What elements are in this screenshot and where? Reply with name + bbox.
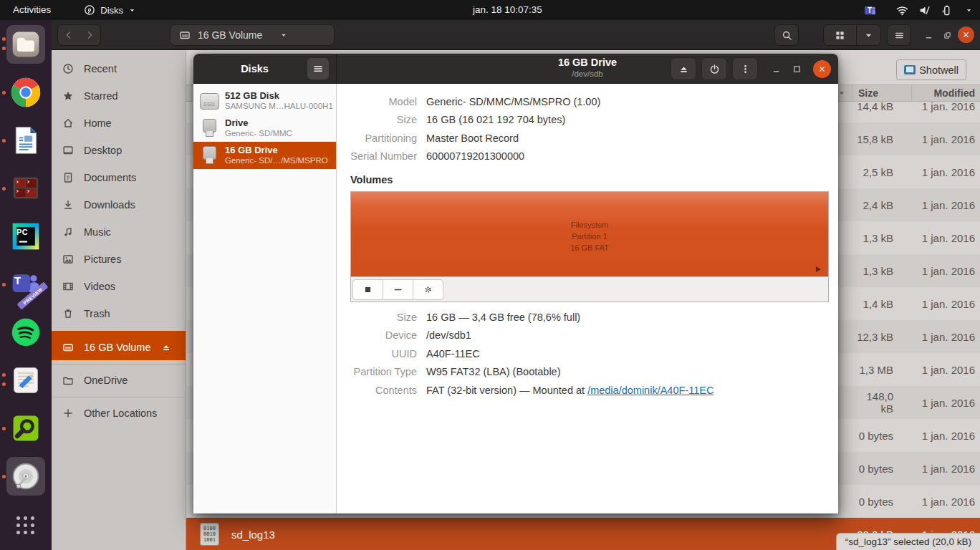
- file-size: 148,0 kB: [852, 390, 912, 415]
- dock-item[interactable]: PC: [0, 212, 52, 260]
- sidebar-item-label: Downloads: [84, 199, 135, 211]
- trash-icon: [62, 308, 74, 319]
- minimize-button[interactable]: [921, 28, 936, 42]
- tray-icon[interactable]: T: [863, 3, 877, 17]
- sidebar-item[interactable]: Other Locations: [52, 397, 186, 426]
- location-bar[interactable]: 16 GB Volume: [170, 24, 335, 46]
- sidebar-item[interactable]: Pictures: [52, 246, 186, 273]
- sidebar-item[interactable]: OneDrive: [52, 364, 186, 393]
- sidebar-item-label: Recent: [84, 63, 117, 74]
- files-app-icon: [10, 29, 42, 60]
- eject-button[interactable]: [671, 57, 696, 80]
- dock-item[interactable]: [0, 452, 52, 500]
- close-icon: [961, 30, 971, 39]
- sidebar-item[interactable]: Music: [52, 218, 186, 246]
- view-toggle-button[interactable]: [823, 24, 857, 46]
- show-applications-button[interactable]: [0, 506, 52, 546]
- stop-icon: [362, 284, 373, 295]
- info-row: Size 16 GB (16 021 192 704 bytes): [337, 111, 838, 130]
- open-with-shotwell-button[interactable]: Shotwell: [896, 59, 966, 80]
- partition-options-button[interactable]: [413, 279, 443, 300]
- drive-options-button[interactable]: [732, 57, 758, 80]
- tray-icon[interactable]: [895, 3, 909, 17]
- power-off-button[interactable]: [701, 57, 727, 80]
- disks-app-icon: [10, 460, 42, 492]
- sidebar-item[interactable]: Downloads: [52, 191, 186, 218]
- sidebar-item-label: Documents: [84, 172, 136, 183]
- activities-button[interactable]: Activities: [0, 0, 64, 20]
- file-size: 14,4 kB: [852, 100, 912, 112]
- file-size: 0 bytes: [852, 496, 912, 508]
- close-button[interactable]: [813, 60, 831, 78]
- sidebar-item[interactable]: Videos: [52, 273, 186, 300]
- dock-item[interactable]: [0, 404, 52, 452]
- tray-icon[interactable]: [961, 3, 976, 17]
- partition-name: Partition 1: [351, 231, 828, 242]
- folder-icon: [62, 375, 74, 386]
- dock-item[interactable]: T PREVIEW: [0, 260, 52, 308]
- minimize-button[interactable]: [772, 64, 781, 74]
- sidebar-item[interactable]: Starred: [52, 82, 186, 110]
- device-subtitle: Generic- SD/MMC: [225, 128, 292, 139]
- dock-item[interactable]: [0, 164, 52, 212]
- sidebar-item-label: Desktop: [84, 145, 122, 156]
- dock-item[interactable]: [0, 356, 52, 404]
- info-label: Contents: [337, 385, 417, 396]
- dock-item[interactable]: [0, 68, 52, 116]
- info-label: Device: [337, 329, 417, 341]
- sidebar-item[interactable]: Trash: [52, 300, 186, 327]
- sidebar-item[interactable]: Home: [52, 110, 186, 137]
- drive-icon: [179, 29, 191, 41]
- sidebar-item-label: OneDrive: [84, 375, 128, 386]
- caret-icon: [965, 6, 973, 14]
- system-tray[interactable]: T: [863, 0, 976, 20]
- search-icon: [782, 30, 792, 41]
- file-size: 15,8 kB: [852, 133, 912, 145]
- tray-icon[interactable]: [939, 3, 953, 17]
- dock-item[interactable]: [0, 308, 52, 356]
- drive-title: 16 GB Drive: [558, 57, 617, 68]
- file-modified: 1 jan. 2016: [912, 199, 980, 211]
- file-size: 1,3 kB: [852, 265, 912, 277]
- file-size: 2,5 kB: [852, 166, 912, 178]
- app-menu[interactable]: Disks: [77, 0, 143, 20]
- dock-item[interactable]: [0, 20, 52, 68]
- device-row[interactable]: Drive Generic- SD/MMC: [193, 115, 336, 142]
- maximize-button[interactable]: [792, 64, 802, 74]
- sidebar-item-label: 16 GB Volume: [84, 342, 151, 353]
- info-row: UUID A40F-11EC: [337, 344, 838, 363]
- eject-icon[interactable]: [161, 342, 171, 352]
- info-label: Size: [337, 312, 417, 323]
- desktop: Activities Disks jan. 18 10:07:35 T: [0, 0, 980, 550]
- tray-icon[interactable]: [917, 3, 931, 17]
- forward-button[interactable]: [79, 24, 101, 46]
- unmount-button[interactable]: [352, 279, 383, 300]
- device-row[interactable]: 16 GB Drive Generic- SD/…/MS/MSPRO: [193, 142, 336, 169]
- volume-toolbar: [351, 276, 828, 301]
- files-menu-button[interactable]: [887, 24, 911, 46]
- file-modified: 1 jan. 2016: [912, 496, 980, 508]
- disks-menu-button[interactable]: [307, 57, 330, 80]
- sidebar-item[interactable]: Desktop: [52, 137, 186, 164]
- view-options-button[interactable]: [857, 24, 881, 46]
- sidebar-item-label: Videos: [84, 281, 115, 292]
- partition-block[interactable]: Filesystem Partition 1 16 GB FAT: [351, 192, 828, 276]
- file-size: 1,3 kB: [852, 232, 912, 244]
- modified-column-header[interactable]: Modified: [912, 87, 980, 99]
- file-name: sd_log13: [231, 529, 275, 541]
- size-column-header[interactable]: Size: [852, 85, 912, 101]
- clock[interactable]: jan. 18 10:07:35: [473, 0, 542, 20]
- back-button[interactable]: [57, 24, 80, 46]
- info-value: /dev/sdb1: [426, 329, 471, 341]
- mount-point-link[interactable]: /media/dominik/A40F-11EC: [587, 385, 714, 396]
- delete-partition-button[interactable]: [383, 279, 413, 300]
- dock-item[interactable]: [0, 116, 52, 164]
- sidebar-item[interactable]: Recent: [52, 55, 186, 82]
- sidebar-item[interactable]: Documents: [52, 164, 186, 191]
- device-row[interactable]: SSD 512 GB Disk SAMSUNG M…HALU-000H1: [193, 87, 336, 115]
- close-button[interactable]: [958, 26, 974, 43]
- sidebar-item[interactable]: 16 GB Volume: [52, 331, 186, 360]
- device-icon: [199, 117, 219, 140]
- search-button[interactable]: [774, 24, 799, 46]
- restore-button[interactable]: [940, 28, 954, 42]
